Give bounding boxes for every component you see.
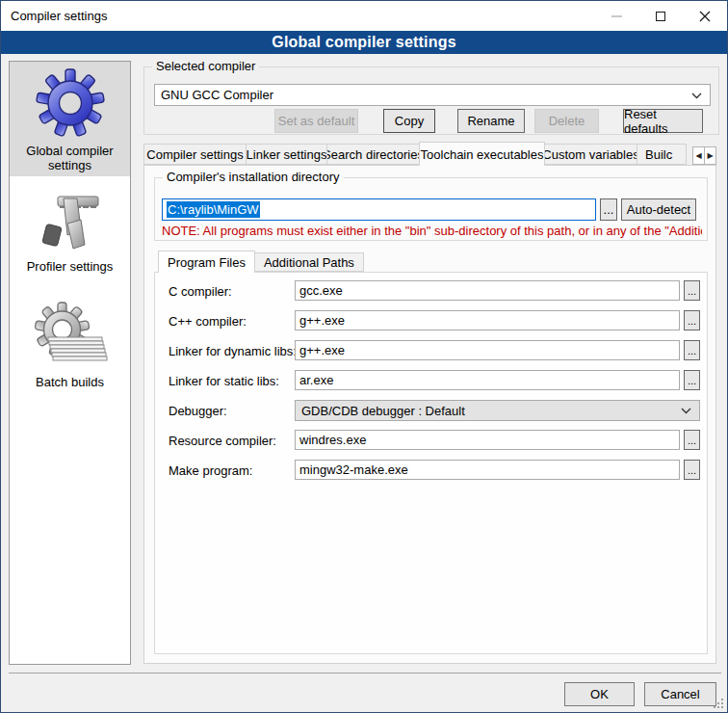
make-program-input[interactable]: mingw32-make.exe <box>295 460 680 480</box>
sidebar-item-label: Batch builds <box>30 373 110 395</box>
compiler-select[interactable]: GNU GCC Compiler <box>154 84 711 106</box>
cpp-compiler-browse-button[interactable]: ... <box>684 310 700 330</box>
subtab-program-files[interactable]: Program Files <box>158 251 255 273</box>
auto-detect-button[interactable]: Auto-detect <box>621 198 696 221</box>
window-controls <box>594 1 727 31</box>
sidebar-item-global-compiler-settings[interactable]: Global compiler settings <box>10 62 130 176</box>
gear-stack-icon <box>33 301 108 373</box>
resource-compiler-browse-button[interactable]: ... <box>684 430 700 450</box>
make-program-browse-button[interactable]: ... <box>684 460 700 480</box>
static-linker-value: ar.exe <box>299 373 333 387</box>
debugger-label: Debugger: <box>169 404 227 418</box>
toolchain-executables-page: Compiler's installation directory C:\ray… <box>143 165 716 664</box>
static-linker-input[interactable]: ar.exe <box>295 370 680 390</box>
installation-directory-browse-button[interactable]: ... <box>600 198 617 221</box>
set-as-default-button: Set as default <box>274 109 358 133</box>
close-icon <box>699 11 711 22</box>
compiler-select-value: GNU GCC Compiler <box>161 88 273 102</box>
static-linker-browse-button[interactable]: ... <box>684 370 700 390</box>
dynamic-linker-value: g++.exe <box>299 343 345 357</box>
dynamic-linker-browse-button[interactable]: ... <box>684 340 700 360</box>
tab-linker-settings[interactable]: Linker settings <box>246 144 327 165</box>
installation-directory-group-title: Compiler's installation directory <box>163 170 344 184</box>
c-compiler-browse-button[interactable]: ... <box>684 280 700 301</box>
selected-compiler-group-title: Selected compiler <box>152 59 259 73</box>
tab-build-options-clipped[interactable]: Builc <box>637 144 687 165</box>
installation-directory-input[interactable]: C:\raylib\MinGW <box>162 198 596 221</box>
window-title: Compiler settings <box>1 9 107 23</box>
dialog-header-title: Global compiler settings <box>272 34 456 51</box>
copy-button[interactable]: Copy <box>383 109 435 133</box>
debugger-select[interactable]: GDB/CDB debugger : Default <box>295 400 700 421</box>
sidebar-item-label: Profiler settings <box>21 257 119 279</box>
dynamic-linker-input[interactable]: g++.exe <box>295 340 680 360</box>
reset-defaults-button[interactable]: Reset defaults <box>623 109 703 133</box>
resource-compiler-input[interactable]: windres.exe <box>295 430 680 450</box>
arrow-left-icon: ◀ <box>695 151 701 160</box>
close-button[interactable] <box>683 1 727 31</box>
tab-search-directories[interactable]: Search directories <box>326 144 420 165</box>
title-bar: Compiler settings <box>1 1 727 31</box>
make-program-value: mingw32-make.exe <box>299 462 408 477</box>
compiler-settings-dialog: Compiler settings Global compiler settin… <box>0 0 728 713</box>
sidebar-item-batch-builds[interactable]: Batch builds <box>10 295 130 403</box>
blue-gear-icon <box>36 67 105 142</box>
delete-button: Delete <box>534 109 599 133</box>
maximize-button[interactable] <box>638 1 683 31</box>
footer-divider <box>9 673 721 673</box>
minimize-button <box>594 1 638 31</box>
c-compiler-value: gcc.exe <box>299 283 343 298</box>
tab-toolchain-executables[interactable]: Toolchain executables <box>419 142 545 166</box>
tab-scroll-right-button[interactable]: ▶ <box>704 146 716 165</box>
cpp-compiler-value: g++.exe <box>299 313 345 328</box>
tab-scroll-arrows: ◀ ▶ <box>693 146 716 165</box>
sidebar-item-label: Global compiler settings <box>10 142 130 178</box>
caliper-icon <box>39 191 102 257</box>
cpp-compiler-input[interactable]: g++.exe <box>295 310 680 330</box>
sidebar-item-profiler-settings[interactable]: Profiler settings <box>10 185 130 287</box>
minimize-icon <box>611 15 622 17</box>
chevron-down-icon <box>691 92 702 99</box>
c-compiler-label: C compiler: <box>169 284 232 299</box>
subtab-additional-paths[interactable]: Additional Paths <box>254 252 364 272</box>
chevron-down-icon <box>681 408 691 414</box>
debugger-select-value: GDB/CDB debugger : Default <box>301 404 465 418</box>
selected-compiler-group: Selected compiler GNU GCC Compiler Set a… <box>143 66 719 135</box>
static-linker-label: Linker for static libs: <box>169 374 279 388</box>
rename-button[interactable]: Rename <box>457 109 525 133</box>
resource-compiler-label: Resource compiler: <box>169 434 276 448</box>
cpp-compiler-label: C++ compiler: <box>169 314 247 329</box>
tab-compiler-settings[interactable]: Compiler settings <box>143 144 247 165</box>
resource-compiler-value: windres.exe <box>299 433 366 447</box>
settings-tab-bar: Compiler settings Linker settings Search… <box>143 142 716 165</box>
make-program-label: Make program: <box>169 463 252 478</box>
tab-custom-variables[interactable]: Custom variables <box>544 144 637 165</box>
program-files-tab-bar: Program Files Additional Paths <box>158 251 363 272</box>
installation-directory-group: Compiler's installation directory C:\ray… <box>154 177 708 241</box>
arrow-right-icon: ▶ <box>707 151 713 160</box>
dynamic-linker-label: Linker for dynamic libs: <box>169 344 297 358</box>
resize-grip[interactable] <box>714 699 724 709</box>
program-files-page: C compiler: gcc.exe ... C++ compiler: g+… <box>154 272 708 654</box>
settings-category-sidebar: Global compiler settings Profiler <box>9 61 131 665</box>
maximize-icon <box>656 12 665 21</box>
ok-button[interactable]: OK <box>564 682 635 706</box>
installation-directory-value: C:\raylib\MinGW <box>167 201 260 218</box>
c-compiler-input[interactable]: gcc.exe <box>295 280 680 301</box>
dialog-header: Global compiler settings <box>1 31 727 54</box>
bin-subdirectory-note: NOTE: All programs must exist either in … <box>162 224 702 238</box>
cancel-button[interactable]: Cancel <box>644 682 716 706</box>
